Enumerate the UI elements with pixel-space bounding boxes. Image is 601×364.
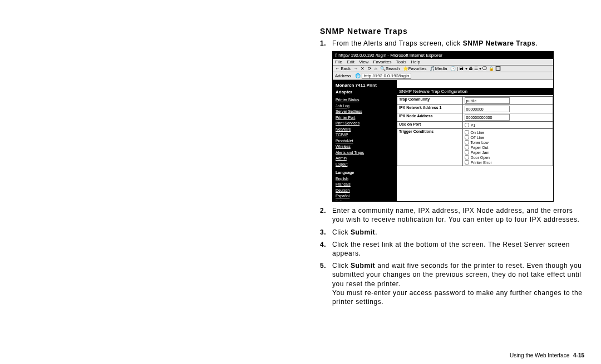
step-text: Enter a community name, IPX address, IPX… [332, 206, 584, 224]
panel-title: SNMP Netware Trap Configuration [397, 88, 553, 95]
step-number: 1. [320, 39, 332, 48]
section-title: SNMP Netware Traps [320, 27, 584, 36]
step-3: 3. Click Submit. [320, 228, 584, 237]
address-input[interactable]: http://192.0.0.192/login [362, 73, 411, 79]
media-button[interactable]: 🎵Media [430, 66, 447, 71]
menu-help[interactable]: Help [411, 59, 420, 64]
link-prontonet[interactable]: ProntoNet [336, 138, 394, 144]
input-trap-community[interactable] [465, 97, 510, 104]
stop-button[interactable]: ✕ [361, 66, 364, 71]
text-bold: SNMP Netware Traps [463, 39, 536, 47]
menu-view[interactable]: View [359, 59, 368, 64]
forward-button[interactable]: → [353, 66, 358, 71]
address-label: Address [335, 73, 351, 78]
menu-favorites[interactable]: Favorites [373, 59, 392, 64]
text-fragment: . [375, 228, 377, 236]
label-ipx-addr1: IPX Network Address 1 [397, 105, 463, 113]
page-number: 4-15 [573, 352, 584, 358]
menu-file[interactable]: File [335, 59, 342, 64]
checkbox-paperout[interactable] [465, 145, 469, 149]
label-dooropen: Door Open [471, 156, 490, 159]
link-printer-status[interactable]: Printer Status [336, 97, 394, 103]
label-paperjam: Paper Jam [471, 151, 490, 154]
step-text: Click the reset link at the bottom of th… [332, 240, 584, 258]
footer-text: Using the Web Interface [510, 352, 569, 358]
toolbar: ← Back → ✕ ⟳ ⌂ 🔍Search ⭐Favorites 🎵Media… [333, 66, 553, 72]
row-trigger-conditions: Trigger Conditions On Line Off Line Tone… [397, 129, 553, 166]
step-number: 2. [320, 206, 332, 224]
language-label: Language [336, 170, 394, 176]
label-ipx-node: IPX Node Address [397, 113, 463, 122]
checkbox-offline[interactable] [465, 135, 469, 139]
step-1: 1. From the Alerts and Traps screen, cli… [320, 39, 584, 48]
step-number: 4. [320, 240, 332, 258]
main-panel: SNMP Netware Trap Configuration Trap Com… [397, 80, 553, 201]
step-number: 3. [320, 228, 332, 237]
lang-italian[interactable]: Italiano [336, 200, 394, 202]
sidebar-header: Monarch 7411 Print Adapter [336, 82, 394, 96]
ie-window: ▯ http:// 192.0.0.192 /login - Microsoft… [332, 51, 554, 202]
step-4: 4. Click the reset link at the bottom of… [320, 240, 584, 258]
row-use-on-port: Use on Port P1 [397, 122, 553, 129]
steps-list: 1. From the Alerts and Traps screen, cli… [320, 39, 584, 48]
text-fragment: Click [332, 228, 351, 236]
lang-german[interactable]: Deutsch [336, 188, 394, 194]
search-button[interactable]: 🔍Search [380, 66, 400, 71]
link-printer-port[interactable]: Printer Port [336, 115, 394, 121]
row-ipx-addr1: IPX Network Address 1 [397, 105, 553, 113]
text-fragment: From the Alerts and Traps screen, click [332, 39, 463, 47]
step-text: From the Alerts and Traps screen, click … [332, 39, 584, 48]
link-netware[interactable]: NetWare [336, 127, 394, 133]
window-titlebar: ▯ http:// 192.0.0.192 /login - Microsoft… [333, 52, 553, 59]
text-fragment: Click [332, 262, 351, 270]
menu-tools[interactable]: Tools [396, 59, 407, 64]
text-fragment: . [535, 39, 538, 47]
checkbox-paperjam[interactable] [465, 150, 469, 154]
step-number: 5. [320, 261, 332, 306]
label-tonerlow: Toner Low [471, 141, 489, 144]
link-print-services[interactable]: Print Services [336, 121, 394, 127]
label-printererr: Printer Error [471, 161, 492, 164]
sidebar: Monarch 7411 Print Adapter Printer Statu… [333, 80, 397, 201]
favorites-button[interactable]: ⭐Favorites [403, 66, 427, 71]
lang-french[interactable]: Français [336, 182, 394, 188]
input-ipx-addr1[interactable] [465, 106, 510, 112]
row-ipx-node: IPX Node Address [397, 113, 553, 122]
input-ipx-node[interactable] [465, 114, 510, 121]
address-bar: Address 🌐 http://192.0.0.192/login [333, 72, 553, 80]
link-admin[interactable]: Admin [336, 156, 394, 162]
menu-edit[interactable]: Edit [347, 59, 354, 64]
document-icon: ▯ [335, 53, 337, 58]
home-button[interactable]: ⌂ [375, 66, 377, 71]
toolbar-extra-icons[interactable]: 🕒 | 🖬 ▾ 🖶 ☰ ▾ 🖵 🔒 🔲 [450, 66, 501, 71]
checkbox-tonerlow[interactable] [465, 140, 469, 144]
text-bold: Submit [351, 228, 375, 236]
label-paperout: Paper Out [471, 146, 489, 149]
step-2: 2. Enter a community name, IPX address, … [320, 206, 584, 224]
step-text: Click Submit. [332, 228, 584, 237]
checkbox-dooropen[interactable] [465, 155, 469, 159]
lang-english[interactable]: English [336, 176, 394, 182]
checkbox-printererr[interactable] [465, 160, 469, 164]
step-text: Click Submit and wait five seconds for t… [332, 261, 584, 306]
row-trap-community: Trap Community [397, 97, 553, 105]
label-online: On Line [471, 131, 485, 134]
lang-spanish[interactable]: Español [336, 193, 394, 200]
label-offline: Off Line [471, 136, 484, 139]
page-footer: Using the Web Interface 4-15 [510, 352, 584, 358]
checkbox-p1[interactable] [465, 123, 469, 127]
text-bold: Submit [351, 262, 375, 270]
refresh-button[interactable]: ⟳ [368, 66, 372, 71]
link-job-log[interactable]: Job Log [336, 103, 394, 109]
menubar: File Edit View Favorites Tools Help [333, 59, 553, 66]
back-button[interactable]: ← Back [335, 66, 351, 71]
link-tcpip[interactable]: TCP/IP [336, 132, 394, 138]
checkbox-online[interactable] [465, 130, 469, 134]
config-table: Trap Community IPX Network Address 1 IPX… [397, 96, 553, 166]
link-server-settings[interactable]: Server Settings [336, 109, 394, 115]
link-logout[interactable]: Logout [336, 162, 394, 168]
label-trigger: Trigger Conditions [397, 129, 463, 166]
link-alerts-traps[interactable]: Alerts and Traps [336, 150, 394, 156]
checkbox-p1-label: P1 [471, 123, 476, 127]
link-wireless[interactable]: Wireless [336, 144, 394, 150]
